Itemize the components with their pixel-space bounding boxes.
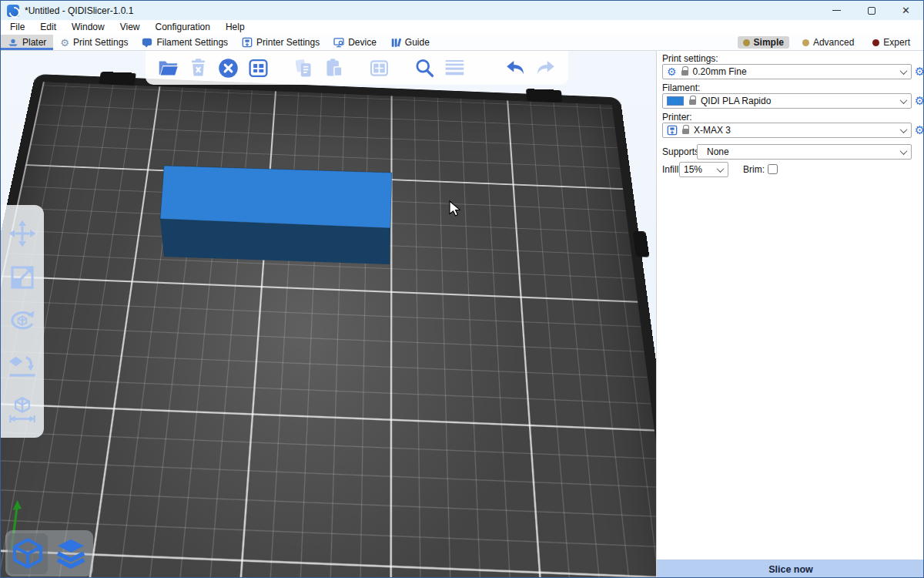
print-settings-gear-button[interactable]: ⚙ <box>914 64 924 79</box>
scale-tool-button[interactable] <box>7 262 38 293</box>
preview-view-button[interactable] <box>51 533 91 574</box>
print-settings-combo[interactable]: ⚙ 0.20mm Fine <box>662 64 912 79</box>
chevron-down-icon <box>900 147 908 155</box>
infill-value: 15% <box>684 164 702 175</box>
filament-combo[interactable]: QIDI PLA Rapido <box>662 93 912 109</box>
copy-button[interactable] <box>292 56 316 80</box>
search-icon <box>413 57 436 79</box>
mode-expert[interactable]: Expert <box>867 36 916 49</box>
delete-icon <box>187 57 209 79</box>
chevron-down-icon <box>717 165 725 173</box>
undo-button[interactable] <box>504 56 527 80</box>
move-icon <box>8 219 37 248</box>
variable-layer-height-button[interactable] <box>443 56 467 80</box>
printer-gear-button[interactable]: ⚙ <box>914 123 924 138</box>
tab-bar: Plater ⚙ Print Settings Filament Setting… <box>1 35 923 51</box>
menu-help[interactable]: Help <box>218 20 253 35</box>
gear-icon: ⚙ <box>60 38 69 48</box>
paste-icon <box>323 57 345 79</box>
printer-label: Printer: <box>662 112 692 123</box>
scale-icon <box>8 263 37 292</box>
redo-icon <box>534 57 557 79</box>
cursor-pointer <box>450 201 460 216</box>
print-settings-label: Print settings: <box>662 53 718 64</box>
open-icon <box>157 57 179 79</box>
mode-simple[interactable]: Simple <box>738 36 789 49</box>
rotate-icon <box>8 307 37 336</box>
search-button[interactable] <box>413 56 437 80</box>
tab-print-settings[interactable]: ⚙ Print Settings <box>53 35 135 50</box>
scene-overlay <box>1 51 656 578</box>
maximize-button[interactable] <box>854 1 889 20</box>
measure-tool-button[interactable] <box>7 394 38 425</box>
advanced-dot-icon <box>802 39 809 46</box>
supports-combo[interactable]: None <box>697 144 912 160</box>
plater-icon <box>8 37 18 48</box>
arrange-icon <box>247 57 270 79</box>
cube-icon <box>12 537 44 570</box>
printer-value: X-MAX 3 <box>694 125 731 136</box>
menu-window[interactable]: Window <box>64 20 112 35</box>
place-on-face-icon <box>8 351 37 380</box>
app-window: *Untitled - QIDISlicer-1.0.1 ✕ File Edit… <box>0 0 924 578</box>
print-settings-value: 0.20mm Fine <box>693 66 747 77</box>
supports-value: None <box>707 146 729 157</box>
simple-dot-icon <box>743 39 750 46</box>
title-bar: *Untitled - QIDISlicer-1.0.1 ✕ <box>1 1 923 20</box>
chevron-down-icon <box>900 126 908 133</box>
instances-icon <box>368 57 390 79</box>
tab-device[interactable]: Device <box>326 35 383 50</box>
menu-edit[interactable]: Edit <box>32 20 64 35</box>
model-box[interactable] <box>160 166 392 264</box>
tab-printer-settings[interactable]: Printer Settings <box>235 35 326 50</box>
view-switch-panel <box>5 530 93 576</box>
device-icon <box>333 37 344 48</box>
delete-all-icon <box>217 57 239 79</box>
guide-icon <box>390 37 401 48</box>
infill-label: Infill: <box>662 164 681 175</box>
menu-file[interactable]: File <box>2 20 32 35</box>
tab-plater[interactable]: Plater <box>1 35 53 50</box>
minimize-button[interactable] <box>819 1 854 20</box>
top-toolbar <box>146 51 568 85</box>
filament-gear-button[interactable]: ⚙ <box>914 93 924 109</box>
brim-checkbox[interactable] <box>768 164 778 174</box>
lock-icon <box>689 99 696 105</box>
infill-combo[interactable]: 15% <box>679 162 728 177</box>
printer-combo[interactable]: X-MAX 3 <box>662 123 912 138</box>
expert-dot-icon <box>872 39 879 46</box>
3d-editor-view-button[interactable] <box>8 533 48 574</box>
chevron-down-icon <box>900 96 908 104</box>
supports-label: Supports: <box>662 146 701 157</box>
printer-icon <box>242 37 253 48</box>
move-tool-button[interactable] <box>7 218 38 249</box>
arrange-button[interactable] <box>246 56 270 80</box>
menu-view[interactable]: View <box>112 20 148 35</box>
open-button[interactable] <box>156 56 180 80</box>
close-icon: ✕ <box>902 5 910 15</box>
left-toolbar <box>1 205 44 438</box>
menu-bar: File Edit Window View Configuration Help <box>1 20 923 35</box>
close-button[interactable]: ✕ <box>889 1 923 20</box>
menu-configuration[interactable]: Configuration <box>148 20 218 35</box>
chevron-down-icon <box>900 67 908 75</box>
instances-button[interactable] <box>367 56 391 80</box>
delete-all-button[interactable] <box>216 56 240 80</box>
delete-button[interactable] <box>186 56 210 80</box>
layers-icon <box>55 537 87 570</box>
place-on-face-tool-button[interactable] <box>7 350 38 381</box>
3d-viewport[interactable] <box>1 51 656 578</box>
lock-icon <box>681 70 688 76</box>
lock-icon <box>682 129 689 134</box>
redo-button[interactable] <box>534 56 557 80</box>
gear-icon: ⚙ <box>667 66 677 77</box>
maximize-icon <box>868 7 875 15</box>
tab-filament-settings[interactable]: Filament Settings <box>135 35 235 50</box>
paste-button[interactable] <box>322 56 346 80</box>
slice-now-button[interactable]: Slice now <box>657 560 924 578</box>
mode-selector: Simple Advanced Expert <box>738 35 923 50</box>
window-title: *Untitled - QIDISlicer-1.0.1 <box>25 5 133 16</box>
tab-guide[interactable]: Guide <box>383 35 437 50</box>
mode-advanced[interactable]: Advanced <box>797 36 859 49</box>
rotate-tool-button[interactable] <box>7 306 38 337</box>
